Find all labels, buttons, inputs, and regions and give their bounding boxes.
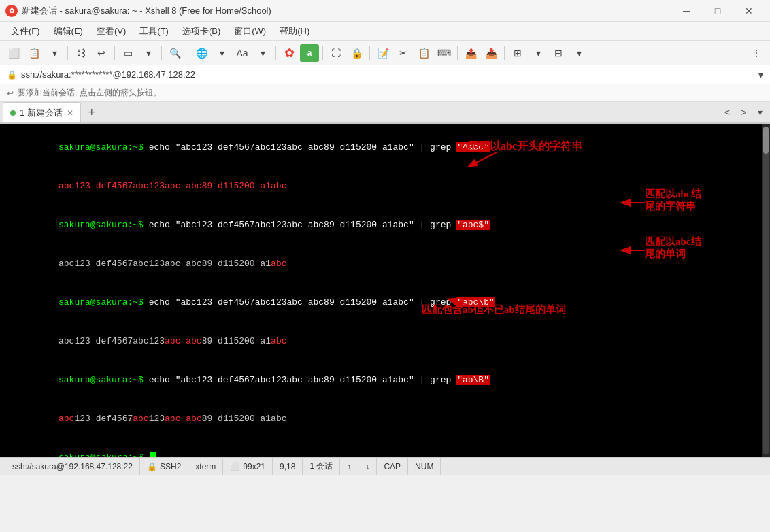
tab-session1[interactable]: 1 新建会话 ✕ <box>3 102 81 122</box>
tab-status-dot <box>10 110 16 116</box>
out-3-1: abc123 def4567abc123 <box>58 336 165 346</box>
tb-font[interactable]: Aa <box>233 44 252 62</box>
status-lock-icon: 🔒 <box>147 462 157 471</box>
status-position-text: 9,18 <box>280 462 295 471</box>
tb-fullscreen[interactable]: ⛶ <box>327 44 346 62</box>
tb-globe[interactable]: 🌐 <box>192 44 211 62</box>
title-bar-controls: ─ □ ✕ <box>671 0 765 22</box>
menu-edit[interactable]: 编辑(E) <box>48 24 88 39</box>
terminal-scrollbar[interactable] <box>762 124 770 457</box>
menu-view[interactable]: 查看(V) <box>91 24 131 39</box>
scroll-down-icon[interactable]: ↓ <box>365 462 369 471</box>
tb-link[interactable]: ⛓ <box>71 44 90 62</box>
tab-close-btn[interactable]: ✕ <box>67 108 73 118</box>
tb-dropdown6[interactable]: ▾ <box>569 44 588 62</box>
status-scroll-down[interactable]: ↓ <box>358 458 377 475</box>
toolbar: ⬜ 📋 ▾ ⛓ ↩ ▭ ▾ 🔍 🌐 ▾ Aa ▾ ✿ a ⛶ 🔒 📝 ✂ 📋 ⌨… <box>0 41 770 65</box>
tab-bar: 1 新建会话 ✕ + < > ▾ <box>0 102 770 124</box>
tb-open[interactable]: 📋 <box>24 44 44 62</box>
menu-tools[interactable]: 工具(T) <box>134 24 174 39</box>
tb-dropdown4[interactable]: ▾ <box>253 44 272 62</box>
session-hint-icon: ↩ <box>7 88 14 98</box>
tb-link2[interactable]: ↩ <box>92 44 111 62</box>
status-cap: CAP <box>377 458 408 475</box>
status-terminal-text: xterm <box>195 462 216 471</box>
address-dropdown[interactable]: ▾ <box>758 69 763 80</box>
cursor <box>150 452 156 457</box>
status-sessions: 1 会话 <box>303 458 340 475</box>
tb-multi1[interactable]: ⊞ <box>508 44 527 62</box>
tb-transfer1[interactable]: 📤 <box>461 44 480 62</box>
tb-transfer2[interactable]: 📥 <box>482 44 501 62</box>
menu-help[interactable]: 帮助(H) <box>274 24 315 39</box>
tb-sep5 <box>275 46 276 60</box>
tb-multi2[interactable]: ⊟ <box>549 44 568 62</box>
cmd-1: echo "abc123 def4567abc123abc abc89 d115… <box>144 142 456 152</box>
maximize-button[interactable]: □ <box>702 0 733 22</box>
tb-search[interactable]: 🔍 <box>165 44 184 62</box>
tb-edit2[interactable]: ✂ <box>394 44 413 62</box>
cmd-2-grep: "abc$" <box>456 220 490 230</box>
tab-nav-right[interactable]: > <box>736 105 751 120</box>
out-4-4: 89 d115200 a1abc <box>202 414 287 424</box>
tb-lock[interactable]: 🔒 <box>347 44 366 62</box>
status-bar: ssh://sakura@192.168.47.128:22 🔒 SSH2 xt… <box>0 457 770 475</box>
prompt-2: sakura@sakura:~$ <box>58 220 144 230</box>
status-protocol: 🔒 SSH2 <box>140 458 188 475</box>
terminal-line-3: sakura@sakura:~$ echo "abc123 def4567abc… <box>5 205 765 244</box>
status-num-text: NUM <box>415 462 433 471</box>
out-4-2: 123 <box>149 414 165 424</box>
tb-more[interactable]: ⋮ <box>747 44 766 62</box>
tb-dropdown1[interactable]: ▾ <box>45 44 64 62</box>
tb-sep4 <box>188 46 188 60</box>
out-4-hl2: abc <box>133 414 148 424</box>
tb-xshell-icon[interactable]: ✿ <box>280 44 299 62</box>
tb-edit3[interactable]: 📋 <box>414 44 433 62</box>
main-content: sakura@sakura:~$ echo "abc123 def4567abc… <box>0 124 770 457</box>
out-1-hl: abc <box>58 181 74 191</box>
tb-sep7 <box>369 46 370 60</box>
tab-nav-menu[interactable]: ▾ <box>752 105 767 120</box>
status-scroll-up[interactable]: ↑ <box>340 458 358 475</box>
minimize-button[interactable]: ─ <box>671 0 702 22</box>
title-bar: ✿ 新建会话 - sakura@sakura: ~ - Xshell 8 (Fr… <box>0 0 770 22</box>
terminal-line-8: abc123 def4567abc123abc abc89 d115200 a1… <box>5 399 765 438</box>
out-2-pre: abc123 def4567abc123abc abc89 d115200 a1 <box>58 259 271 269</box>
status-protocol-text: SSH2 <box>160 462 181 471</box>
menu-window[interactable]: 窗口(W) <box>229 24 271 39</box>
tab-label: 1 新建会话 <box>20 107 63 119</box>
cmd-3-grep: "abc\b" <box>456 297 495 307</box>
tab-add-button[interactable]: + <box>82 103 101 122</box>
tb-dropdown5[interactable]: ▾ <box>529 44 548 62</box>
status-size: ⬜ 99x21 <box>223 458 273 475</box>
terminal-wrapper[interactable]: sakura@sakura:~$ echo "abc123 def4567abc… <box>0 124 770 457</box>
tab-nav-left[interactable]: < <box>720 105 735 120</box>
menu-tabs[interactable]: 选项卡(B) <box>177 24 226 39</box>
status-sessions-text: 1 会话 <box>309 461 333 472</box>
cmd-2: echo "abc123 def4567abc123abc abc89 d115… <box>144 220 456 230</box>
tb-sep10 <box>592 46 592 60</box>
terminal[interactable]: sakura@sakura:~$ echo "abc123 def4567abc… <box>0 124 770 457</box>
tb-tool2[interactable]: a <box>300 44 319 62</box>
menu-file[interactable]: 文件(F) <box>5 24 46 39</box>
terminal-line-5: sakura@sakura:~$ echo "abc123 def4567abc… <box>5 283 765 322</box>
tb-edit1[interactable]: 📝 <box>373 44 392 62</box>
menu-bar: 文件(F) 编辑(E) 查看(V) 工具(T) 选项卡(B) 窗口(W) 帮助(… <box>0 22 770 41</box>
prompt-1: sakura@sakura:~$ <box>58 142 144 152</box>
app-window: ✿ 新建会话 - sakura@sakura: ~ - Xshell 8 (Fr… <box>0 0 770 532</box>
tb-new-session[interactable]: ⬜ <box>4 44 23 62</box>
scrollbar-track[interactable] <box>763 127 769 454</box>
terminal-line-7: sakura@sakura:~$ echo "abc123 def4567abc… <box>5 361 765 399</box>
out-4-hl3: abc <box>165 414 180 424</box>
scrollbar-thumb[interactable] <box>763 127 769 154</box>
tb-dropdown2[interactable]: ▾ <box>139 44 158 62</box>
close-button[interactable]: ✕ <box>733 0 765 22</box>
terminal-line-2: abc123 def4567abc123abc abc89 d115200 a1… <box>5 167 765 205</box>
prompt-4: sakura@sakura:~$ <box>58 375 144 385</box>
tb-dropdown3[interactable]: ▾ <box>212 44 231 62</box>
tb-terminal[interactable]: ▭ <box>118 44 137 62</box>
session-hint: ↩ 要添加当前会话, 点击左侧的箭头按钮。 <box>0 84 770 102</box>
tb-edit4[interactable]: ⌨ <box>435 44 454 62</box>
scroll-up-icon[interactable]: ↑ <box>347 462 351 471</box>
prompt-3: sakura@sakura:~$ <box>58 297 144 307</box>
